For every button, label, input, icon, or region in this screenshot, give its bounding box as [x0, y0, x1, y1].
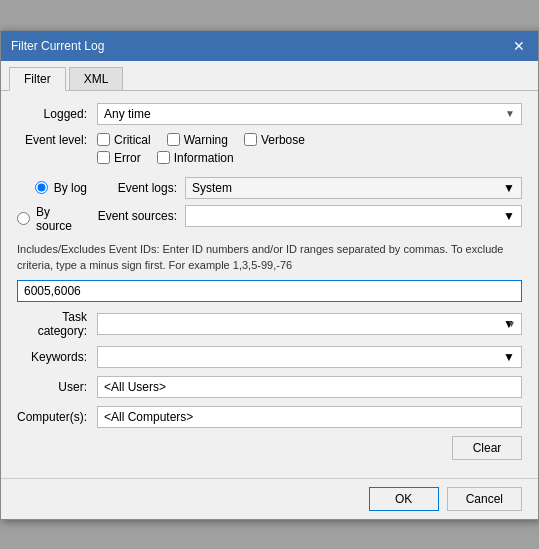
user-label: User: — [17, 380, 97, 394]
checkbox-verbose[interactable]: Verbose — [244, 133, 305, 147]
task-category-dropdown[interactable]: ▼ — [97, 313, 522, 335]
checkbox-warning-label: Warning — [184, 133, 228, 147]
filter-dialog: Filter Current Log ✕ Filter XML Logged: … — [0, 30, 539, 520]
radio-by-log-label: By log — [54, 181, 87, 195]
event-logs-dropdown[interactable]: System ▼ — [185, 177, 522, 199]
logged-dropdown[interactable]: Any time ▼ — [97, 103, 522, 125]
keywords-arrow-icon: ▼ — [503, 350, 515, 364]
keywords-wrapper: ▼ — [97, 346, 522, 368]
radio-by-log[interactable]: By log — [35, 181, 87, 195]
checkbox-error-input[interactable] — [97, 151, 110, 164]
log-fields: Event logs: System ▼ Event sources: ▼ — [97, 177, 522, 233]
keywords-dropdown[interactable]: ▼ — [97, 346, 522, 368]
radio-by-source-label: By source — [36, 205, 87, 233]
checkbox-verbose-label: Verbose — [261, 133, 305, 147]
event-sources-row: Event sources: ▼ — [97, 205, 522, 227]
checkbox-error[interactable]: Error — [97, 151, 141, 165]
event-ids-row — [17, 280, 522, 302]
description-text: Includes/Excludes Event IDs: Enter ID nu… — [17, 241, 522, 274]
computers-label: Computer(s): — [17, 410, 97, 424]
task-category-label: Task category: — [17, 310, 97, 338]
checkbox-information-label: Information — [174, 151, 234, 165]
logged-row: Logged: Any time ▼ — [17, 103, 522, 125]
checkbox-row-2: Error Information — [97, 151, 522, 165]
event-logs-arrow-icon: ▼ — [503, 181, 515, 195]
tab-xml[interactable]: XML — [69, 67, 124, 90]
tab-filter[interactable]: Filter — [9, 67, 66, 91]
log-source-section: By log By source Event logs: System ▼ — [17, 177, 522, 233]
logged-value: Any time — [104, 107, 151, 121]
event-level-label: Event level: — [17, 133, 97, 147]
checkbox-row-1: Critical Warning Verbose — [97, 133, 522, 147]
event-sources-dropdown[interactable]: ▼ — [185, 205, 522, 227]
event-logs-row: Event logs: System ▼ — [97, 177, 522, 199]
checkbox-critical-input[interactable] — [97, 133, 110, 146]
radio-by-source[interactable]: By source — [17, 205, 87, 233]
task-category-row: Task category: ▼ — [17, 310, 522, 338]
checkbox-information-input[interactable] — [157, 151, 170, 164]
task-category-arrow-icon: ▼ — [503, 317, 515, 331]
computers-input[interactable] — [97, 406, 522, 428]
event-ids-input[interactable] — [17, 280, 522, 302]
event-logs-value: System — [192, 181, 232, 195]
close-button[interactable]: ✕ — [510, 37, 528, 55]
computers-row: Computer(s): — [17, 406, 522, 428]
event-sources-label: Event sources: — [97, 209, 177, 223]
computers-input-wrapper — [97, 406, 522, 428]
checkbox-warning-input[interactable] — [167, 133, 180, 146]
checkbox-warning[interactable]: Warning — [167, 133, 228, 147]
event-level-row: Event level: Critical Warning Verbose — [17, 133, 522, 169]
checkbox-verbose-input[interactable] — [244, 133, 257, 146]
form-content: Logged: Any time ▼ Event level: Critical — [1, 91, 538, 478]
dropdown-arrow-icon: ▼ — [505, 108, 515, 119]
task-category-wrapper: ▼ — [97, 313, 522, 335]
radio-by-source-input[interactable] — [17, 212, 30, 225]
clear-button[interactable]: Clear — [452, 436, 522, 460]
event-level-checkboxes: Critical Warning Verbose Error — [97, 133, 522, 169]
checkbox-error-label: Error — [114, 151, 141, 165]
logged-label: Logged: — [17, 107, 97, 121]
keywords-row: Keywords: ▼ — [17, 346, 522, 368]
ok-button[interactable]: OK — [369, 487, 439, 511]
clear-btn-row: Clear — [17, 436, 522, 460]
checkbox-information[interactable]: Information — [157, 151, 234, 165]
cancel-button[interactable]: Cancel — [447, 487, 522, 511]
button-row: OK Cancel — [1, 478, 538, 519]
event-logs-label: Event logs: — [97, 181, 177, 195]
title-bar: Filter Current Log ✕ — [1, 31, 538, 61]
checkbox-critical-label: Critical — [114, 133, 151, 147]
radio-by-log-input[interactable] — [35, 181, 48, 194]
checkbox-critical[interactable]: Critical — [97, 133, 151, 147]
keywords-label: Keywords: — [17, 350, 97, 364]
tab-bar: Filter XML — [1, 61, 538, 91]
logged-dropdown-wrapper: Any time ▼ — [97, 103, 522, 125]
dialog-title: Filter Current Log — [11, 39, 104, 53]
user-input-wrapper — [97, 376, 522, 398]
radio-group: By log By source — [17, 177, 97, 233]
user-input[interactable] — [97, 376, 522, 398]
user-row: User: — [17, 376, 522, 398]
event-sources-arrow-icon: ▼ — [503, 209, 515, 223]
